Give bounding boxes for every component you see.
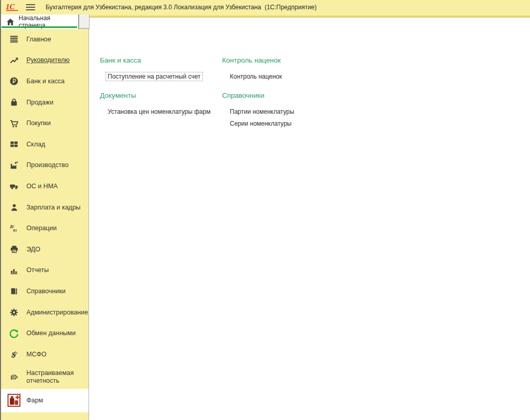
svg-text:Кт: Кт [13, 229, 18, 232]
section-directories: Справочники Партии номенклатуры Серии но… [222, 92, 296, 129]
section-title[interactable]: Контроль наценок [222, 56, 296, 64]
ruble-coin-icon [7, 77, 21, 86]
pallet-grid-icon [7, 140, 21, 149]
gear-icon [7, 308, 21, 317]
tab-label: Начальная страница [19, 14, 78, 29]
sidebar-item-salary-hr[interactable]: Зарплата и кадры [1, 197, 89, 218]
pharmacy-icon [7, 394, 21, 407]
tab-filler [79, 14, 89, 29]
sidebar-item-data-exchange[interactable]: Обмен данными [1, 323, 89, 344]
link-pharm-price-setting[interactable]: Установка цен номенклатуры фарм [106, 107, 213, 116]
bar-chart-icon [7, 266, 21, 275]
sidebar-item-main[interactable]: Главное [1, 29, 89, 50]
home-page-content: Банк и касса Поступление на расчетный сч… [89, 29, 530, 420]
sidebar-footer [1, 412, 89, 420]
titlebar: 1С Бухгалтерия для Узбекистана, редакция… [1, 0, 530, 14]
sidebar-item-operations[interactable]: Дт Кт Операции [1, 218, 89, 239]
shopping-bag-icon [7, 98, 21, 107]
sidebar-item-reports[interactable]: Отчеты [1, 260, 89, 281]
app-window: 1С Бухгалтерия для Узбекистана, редакция… [0, 0, 530, 420]
sections-panel: Главное Руководителю Б [1, 29, 89, 420]
section-title[interactable]: Документы [100, 92, 222, 99]
ifrs-icon: S [7, 350, 21, 359]
section-bank-cash: Банк и касса Поступление на расчетный сч… [100, 56, 222, 82]
sidebar-item-manager[interactable]: Руководителю [1, 50, 89, 71]
sidebar-item-edo[interactable]: ЭДО [1, 239, 89, 260]
books-icon [7, 287, 21, 296]
sidebar-item-sales[interactable]: Продажи [1, 92, 89, 113]
sidebar-item-pharm[interactable]: Фарм [1, 389, 89, 412]
menu-lines-icon [7, 35, 21, 44]
sidebar-item-warehouse[interactable]: Склад [1, 134, 89, 155]
person-icon [7, 203, 21, 212]
truck-icon [7, 182, 21, 191]
main-menu-icon[interactable] [26, 4, 35, 10]
document-exchange-icon [7, 245, 21, 254]
sidebar-item-administration[interactable]: Администрирование [1, 302, 89, 323]
factory-icon [7, 161, 21, 170]
svg-text:1С: 1С [6, 3, 16, 11]
sidebar-item-bank-cash[interactable]: Банк и касса [1, 71, 89, 92]
sidebar-item-purchases[interactable]: Покупки [1, 113, 89, 134]
link-markup-control[interactable]: Контроль наценок [228, 72, 284, 81]
section-documents: Документы Установка цен номенклатуры фар… [100, 92, 222, 129]
svg-text:Дт: Дт [10, 224, 14, 229]
tabbar-spacer [89, 14, 530, 29]
link-nomenclature-series[interactable]: Серии номенклатуры [228, 119, 293, 128]
sidebar-item-production[interactable]: Производство [1, 155, 89, 176]
sidebar-item-ifrs[interactable]: S МСФО [1, 344, 89, 365]
section-title[interactable]: Банк и касса [100, 56, 222, 64]
shopping-cart-icon [7, 119, 21, 128]
sidebar-item-custom-reporting[interactable]: Настраиваемая отчетность [1, 365, 89, 389]
window-title: Бухгалтерия для Узбекистана, редакция 3.… [46, 4, 317, 11]
home-icon [7, 19, 14, 25]
section-markup-control: Контроль наценок Контроль наценок [222, 56, 296, 82]
custom-report-icon [7, 372, 21, 382]
link-nomenclature-batches[interactable]: Партии номенклатуры [228, 107, 296, 116]
tab-bar: Начальная страница [1, 14, 530, 29]
sync-icon [7, 329, 21, 338]
trend-up-icon [7, 56, 21, 65]
sidebar-item-fixed-assets[interactable]: ОС и НМА [1, 176, 89, 197]
tab-home-page[interactable]: Начальная страница [1, 14, 78, 29]
debit-credit-icon: Дт Кт [7, 223, 21, 233]
main-area: Главное Руководителю Б [1, 29, 530, 420]
sidebar-item-directories[interactable]: Справочники [1, 281, 89, 302]
section-title[interactable]: Справочники [222, 92, 296, 99]
link-incoming-payment[interactable]: Поступление на расчетный счет [106, 72, 203, 81]
1c-logo-icon: 1С [5, 3, 20, 12]
